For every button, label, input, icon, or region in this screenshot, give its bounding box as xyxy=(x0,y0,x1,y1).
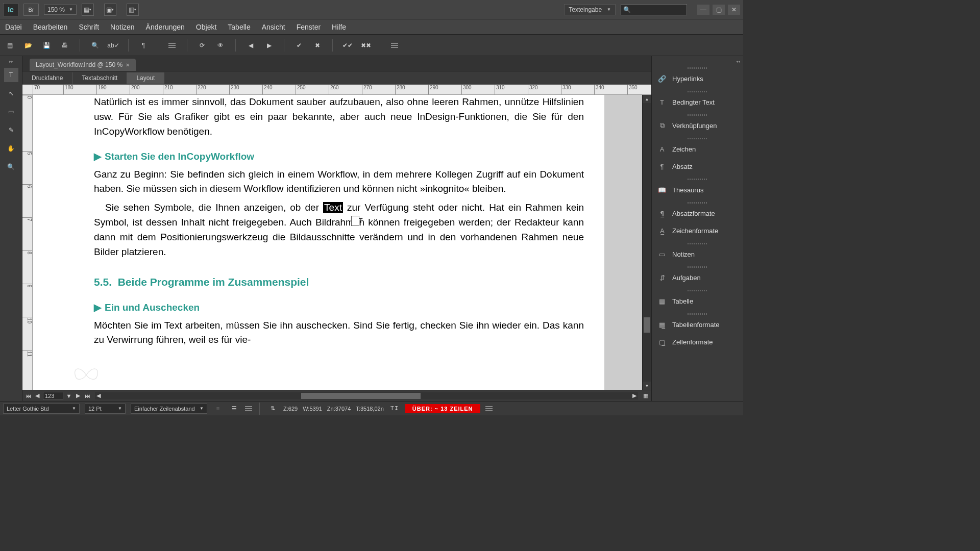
panel-character-styles[interactable]: A̲Zeichenformate xyxy=(652,222,743,239)
minimize-button[interactable]: — xyxy=(697,5,709,15)
panel-grip[interactable] xyxy=(652,288,743,292)
reject-change-icon[interactable]: ✖ xyxy=(312,40,323,51)
scroll-left-icon[interactable]: ◀ xyxy=(95,392,102,399)
overset-indicator[interactable]: ÜBER: ~ 13 ZEILEN xyxy=(405,404,480,413)
next-page-icon[interactable]: ▶ xyxy=(75,392,82,399)
type-tool[interactable]: T xyxy=(4,68,18,82)
menu-edit[interactable]: Bearbeiten xyxy=(33,23,68,31)
last-page-icon[interactable]: ⏭ xyxy=(84,392,91,399)
panel-conditional-text[interactable]: TBedingter Text xyxy=(652,93,743,111)
status-menu-icon[interactable] xyxy=(485,406,493,411)
bridge-button[interactable]: Br xyxy=(23,4,39,16)
text-selection[interactable]: Text xyxy=(323,202,343,213)
arrange-icon[interactable]: ▥▾ xyxy=(127,4,139,16)
note-tool[interactable]: ▭ xyxy=(4,105,18,119)
menu-window[interactable]: Fenster xyxy=(297,23,321,31)
size-field[interactable]: 12 Pt▼ xyxy=(85,404,126,414)
body-text[interactable]: Sie sehen Symbole, die Ihnen anzeigen, o… xyxy=(94,201,584,260)
position-tool[interactable]: ↖ xyxy=(4,86,18,101)
document-tab[interactable]: Layout_Workflow.indd @ 150 % ✕ xyxy=(30,59,136,71)
body-text[interactable]: Ganz zu Beginn: Sie befinden sich gleich… xyxy=(94,167,584,197)
heading[interactable]: ▶Starten Sie den InCopyWorkflow xyxy=(94,149,584,164)
scroll-right-icon[interactable]: ▶ xyxy=(631,392,638,399)
overset-icon[interactable]: T↧ xyxy=(389,403,400,414)
scrollbar-horizontal[interactable]: ◀ ▶ xyxy=(95,392,638,399)
preview-icon[interactable]: 👁 xyxy=(215,40,226,51)
split-view-icon[interactable]: ▦ xyxy=(642,392,649,399)
align-justify-icon[interactable]: ☰ xyxy=(229,403,240,414)
page-field[interactable]: 123 xyxy=(43,392,63,400)
spellcheck-icon[interactable]: ab✓ xyxy=(108,40,119,51)
panel-grip[interactable] xyxy=(652,177,743,181)
maximize-button[interactable]: ▢ xyxy=(713,5,725,15)
prev-change-icon[interactable]: ◀ xyxy=(245,40,256,51)
view-mode-icon[interactable]: ▦▾ xyxy=(82,4,94,16)
open-icon[interactable]: 📂 xyxy=(22,40,34,51)
panel-grip[interactable] xyxy=(652,89,743,93)
scrollbar-thumb[interactable] xyxy=(644,317,650,333)
panel-grip[interactable] xyxy=(652,312,743,316)
panel-table-styles[interactable]: ▦̲Tabellenformate xyxy=(652,316,743,333)
zoom-dropdown[interactable]: 150 %▼ xyxy=(44,5,77,15)
zoom-tool[interactable]: 🔍 xyxy=(4,160,18,174)
workspace-switcher[interactable]: Texteingabe ▼ xyxy=(564,4,616,15)
align-left-icon[interactable]: ≡ xyxy=(212,403,224,414)
panel-table[interactable]: ▦Tabelle xyxy=(652,292,743,310)
close-tab-icon[interactable]: ✕ xyxy=(126,62,130,68)
panel-paragraph-styles[interactable]: ¶̲Absatzformate xyxy=(652,205,743,222)
panel-thesaurus[interactable]: 📖Thesaurus xyxy=(652,181,743,198)
find-icon[interactable]: 🔍 xyxy=(89,40,101,51)
new-icon[interactable]: ▤ xyxy=(4,40,15,51)
panel-assignments[interactable]: ⇵Aufgaben xyxy=(652,269,743,286)
scrollbar-thumb[interactable] xyxy=(301,393,421,399)
body-text[interactable]: Natürlich ist es immer sinnvoll, das Dok… xyxy=(94,95,584,139)
accept-all-icon[interactable]: ✔✔ xyxy=(342,40,353,51)
toolbar-menu-icon[interactable] xyxy=(168,43,176,48)
panel-grip[interactable] xyxy=(652,241,743,245)
panel-character[interactable]: AZeichen xyxy=(652,140,743,158)
menu-object[interactable]: Objekt xyxy=(196,23,216,31)
status-menu-icon[interactable] xyxy=(245,406,252,411)
body-text[interactable]: Möchten Sie im Text arbeiten, müssen Sie… xyxy=(94,318,584,348)
document-page[interactable]: Natürlich ist es immer sinnvoll, das Dok… xyxy=(33,95,604,390)
panel-hyperlinks[interactable]: 🔗Hyperlinks xyxy=(652,70,743,87)
panel-grip[interactable] xyxy=(652,265,743,269)
search-input[interactable]: 🔍 xyxy=(621,4,687,15)
update-design-icon[interactable]: ⟳ xyxy=(197,40,208,51)
tab-layout[interactable]: Layout xyxy=(127,72,164,84)
eyedropper-tool[interactable]: ✎ xyxy=(4,123,18,137)
panel-grip[interactable] xyxy=(652,113,743,117)
collapse-icon[interactable]: ▸▸ xyxy=(9,59,13,64)
screen-mode-icon[interactable]: ▣▾ xyxy=(104,4,116,16)
show-hidden-icon[interactable]: ¶ xyxy=(138,40,149,51)
heading[interactable]: ▶Ein und Auschecken xyxy=(94,300,584,315)
scrollbar-vertical[interactable]: ▲ ▼ xyxy=(642,95,651,390)
first-page-icon[interactable]: ⏮ xyxy=(24,392,32,399)
accept-change-icon[interactable]: ✔ xyxy=(293,40,305,51)
print-icon[interactable]: 🖶 xyxy=(59,40,70,51)
reject-all-icon[interactable]: ✖✖ xyxy=(360,40,372,51)
menu-help[interactable]: Hilfe xyxy=(332,23,346,31)
panel-grip[interactable] xyxy=(652,201,743,205)
next-change-icon[interactable]: ▶ xyxy=(263,40,275,51)
font-field[interactable]: Letter Gothic Std▼ xyxy=(3,404,80,414)
menu-table[interactable]: Tabelle xyxy=(228,23,250,31)
scroll-up-icon[interactable]: ▲ xyxy=(643,95,651,103)
close-button[interactable]: ✕ xyxy=(728,5,740,15)
menu-notes[interactable]: Notizen xyxy=(110,23,134,31)
panel-notes[interactable]: ▭Notizen xyxy=(652,245,743,263)
panel-grip[interactable] xyxy=(652,136,743,140)
panel-paragraph[interactable]: ¶Absatz xyxy=(652,158,743,175)
save-icon[interactable]: 💾 xyxy=(41,40,52,51)
section-heading[interactable]: 5.5. Beide Programme im Zusammenspiel xyxy=(94,274,584,290)
toolbar-menu-icon[interactable] xyxy=(391,43,398,48)
menu-type[interactable]: Schrift xyxy=(79,23,99,31)
tab-story[interactable]: Textabschnitt xyxy=(72,72,127,84)
prev-page-icon[interactable]: ◀ xyxy=(34,392,41,399)
panel-cell-styles[interactable]: ▢̲Zellenformate xyxy=(652,333,743,350)
panel-links[interactable]: ⧉Verknüpfungen xyxy=(652,117,743,134)
leading-field[interactable]: Einfacher Zeilenabstand▼ xyxy=(131,404,207,414)
menu-changes[interactable]: Änderungen xyxy=(146,23,185,31)
scroll-down-icon[interactable]: ▼ xyxy=(643,382,651,390)
panel-grip[interactable] xyxy=(652,66,743,70)
